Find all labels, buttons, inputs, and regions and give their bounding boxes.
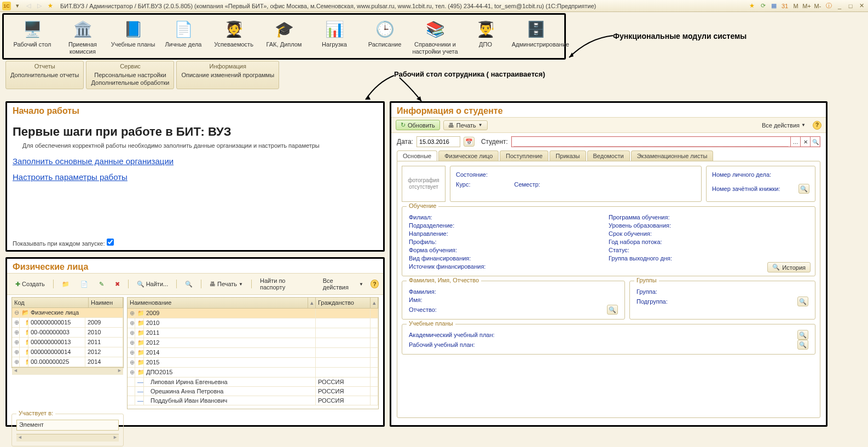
history-icon[interactable]: ⟳ bbox=[759, 2, 767, 10]
all-actions-button[interactable]: Все действия▼ bbox=[319, 276, 367, 292]
course-label: Курс: bbox=[456, 181, 470, 188]
table-row[interactable]: ⊕📁2015 bbox=[128, 358, 378, 368]
tab-3[interactable]: Приказы bbox=[549, 150, 586, 161]
gradebook-label: Номер зачётной книжки: bbox=[712, 185, 780, 192]
tab-4[interactable]: Ведомости bbox=[587, 150, 630, 161]
table-row[interactable]: ⊕📁0000000000152009 bbox=[12, 318, 123, 328]
table-row[interactable]: ⊕📁2011 bbox=[128, 328, 378, 338]
info-link-0[interactable]: Описание изменений программы bbox=[181, 71, 274, 79]
module-1[interactable]: 🏛️Приемная комиссия bbox=[57, 17, 108, 57]
module-label: Учебные планы bbox=[109, 41, 157, 48]
help-icon[interactable]: ? bbox=[371, 280, 379, 288]
history-button[interactable]: 🔍История bbox=[767, 262, 811, 272]
student-help-icon[interactable]: ? bbox=[813, 121, 821, 130]
link-setup-params[interactable]: Настроить параметры работы bbox=[13, 172, 378, 182]
calc-icon[interactable]: ▦ bbox=[769, 2, 778, 10]
info-head: Информация bbox=[181, 62, 274, 71]
nav-back-icon[interactable]: ◁ bbox=[24, 2, 33, 10]
student-input[interactable]: … ✕ 🔍 bbox=[511, 136, 820, 147]
delete-button[interactable]: ✖ bbox=[111, 279, 124, 289]
module-6[interactable]: 📊Нагрузка bbox=[309, 17, 360, 57]
module-10[interactable]: 🗄️Администрирование bbox=[511, 17, 561, 57]
edu-field: Филиал: bbox=[409, 214, 609, 220]
working-plan-search-icon[interactable]: 🔍 bbox=[797, 340, 808, 350]
module-0[interactable]: 🖥️Рабочий стол bbox=[7, 17, 57, 57]
show-on-start-checkbox[interactable] bbox=[107, 239, 114, 246]
nav-fwd-icon[interactable]: ▷ bbox=[35, 2, 44, 10]
fav-icon[interactable]: ★ bbox=[748, 2, 756, 10]
persons-tree-right[interactable]: Наименование▴Гражданство▴ ⊕📁2009⊕📁2010⊕📁… bbox=[127, 297, 379, 409]
service-link-0[interactable]: Персональные настройки bbox=[91, 71, 169, 79]
firstname-label: Имя: bbox=[409, 297, 618, 303]
module-5[interactable]: 🎓ГАК, Диплом bbox=[259, 17, 309, 57]
fio-search-icon[interactable]: 🔍 bbox=[607, 305, 618, 315]
student-clear-icon[interactable]: ✕ bbox=[800, 137, 810, 147]
date-picker-icon[interactable]: 📅 bbox=[464, 137, 474, 147]
tab-2[interactable]: Поступление bbox=[500, 150, 548, 161]
module-2[interactable]: 📘Учебные планы bbox=[108, 17, 158, 57]
window-title: БИТ.ВУЗ / Администратор / БИТ.ВУЗ (2.0.5… bbox=[60, 3, 745, 9]
reports-link-0[interactable]: Дополнительные отчеты bbox=[10, 71, 79, 79]
table-row[interactable]: ⊕📁0000000000142012 bbox=[12, 347, 123, 357]
service-link-1[interactable]: Дополнительные обработки bbox=[91, 79, 169, 86]
tab-5[interactable]: Экзаменационные листы bbox=[631, 150, 714, 161]
dropdown-icon[interactable]: ▾ bbox=[13, 2, 22, 10]
tab-0[interactable]: Основные bbox=[397, 150, 437, 161]
minimize-icon[interactable]: _ bbox=[835, 2, 844, 10]
module-8[interactable]: 📚Справочники и настройки учета bbox=[410, 17, 460, 57]
service-head: Сервис bbox=[91, 62, 169, 71]
m-plus-icon[interactable]: M+ bbox=[802, 2, 811, 10]
create-button[interactable]: ✚Создать bbox=[11, 279, 49, 289]
edit-button[interactable]: ✎ bbox=[95, 279, 108, 289]
print-button[interactable]: 🖶Печать▼ bbox=[206, 279, 247, 289]
table-row[interactable]: ⊕📁0000000000132011 bbox=[12, 338, 123, 347]
table-row[interactable]: —Орешкина Анна ПетровнаРОССИЯ bbox=[128, 387, 378, 396]
new-folder-button[interactable]: 📁 bbox=[58, 279, 73, 289]
star-icon[interactable]: ★ bbox=[46, 2, 55, 10]
module-label: ДПО bbox=[461, 41, 510, 48]
table-row[interactable]: ⊕📁2012 bbox=[128, 338, 378, 348]
m-minus-icon[interactable]: M- bbox=[813, 2, 822, 10]
table-row[interactable]: ⊕📁2014 bbox=[128, 348, 378, 358]
module-icon: 🖥️ bbox=[19, 18, 45, 40]
link-fill-org[interactable]: Заполнить основные данные организации bbox=[13, 156, 378, 166]
refresh-button[interactable]: ↻Обновить bbox=[396, 120, 440, 130]
table-row[interactable]: ⊕📁ДПО2015 bbox=[128, 368, 378, 378]
info-icon[interactable]: ⓘ bbox=[824, 2, 833, 10]
student-search-icon[interactable]: 🔍 bbox=[810, 137, 820, 147]
module-3[interactable]: 📄Личные дела bbox=[158, 17, 209, 57]
module-icon: 🎓 bbox=[271, 18, 297, 40]
module-9[interactable]: 👨‍🎓ДПО bbox=[460, 17, 511, 57]
module-label: Приемная комиссия bbox=[59, 41, 107, 55]
student-print-button[interactable]: 🖶Печать▼ bbox=[443, 120, 488, 130]
m-icon[interactable]: M bbox=[791, 2, 800, 10]
persons-tree-left[interactable]: КодНаимен ⊖📂Физические лица ⊕📁0000000000… bbox=[11, 297, 124, 368]
student-select-icon[interactable]: … bbox=[790, 137, 800, 147]
maximize-icon[interactable]: □ bbox=[846, 2, 855, 10]
module-7[interactable]: 🕒Расписание bbox=[360, 17, 410, 57]
academic-plan-search-icon[interactable]: 🔍 bbox=[797, 330, 808, 340]
numbers-box: Номер личного дела: Номер зачётной книжк… bbox=[706, 166, 815, 202]
table-row[interactable]: —Липовая Ирина ЕвгеньевнаРОССИЯ bbox=[128, 378, 378, 387]
clear-find-button[interactable]: 🔍 bbox=[181, 279, 196, 289]
tab-1[interactable]: Физическое лицо bbox=[438, 150, 499, 161]
table-row[interactable]: —Поддубный Иван ИвановичРОССИЯ bbox=[128, 396, 378, 405]
tab-body-main: фотография отсутствует Состояние: Курс: … bbox=[397, 161, 820, 418]
find-passport-button[interactable]: Найти по паспорту bbox=[256, 276, 313, 292]
service-panel: Сервис Персональные настройки Дополнител… bbox=[86, 61, 174, 89]
table-row[interactable]: ⊕📁2009 bbox=[128, 309, 378, 318]
table-row[interactable]: ⊕📁00-0000000032010 bbox=[12, 328, 123, 338]
calendar-icon[interactable]: 31 bbox=[780, 2, 789, 10]
copy-button[interactable]: 📄 bbox=[77, 279, 92, 289]
student-all-actions[interactable]: Все действия▼ bbox=[758, 120, 809, 130]
element-field[interactable]: Элемент bbox=[16, 420, 119, 431]
find-button[interactable]: 🔍Найти... bbox=[133, 279, 172, 289]
edu-field: Профиль: bbox=[409, 239, 609, 245]
module-4[interactable]: 🧑‍🎓Успеваемость bbox=[209, 17, 259, 57]
group-search-icon[interactable]: 🔍 bbox=[797, 297, 808, 306]
table-row[interactable]: ⊕📁2010 bbox=[128, 318, 378, 328]
date-input[interactable] bbox=[416, 136, 460, 147]
close-icon[interactable]: ✕ bbox=[857, 2, 866, 10]
table-row[interactable]: ⊕📁00.0000000252014 bbox=[12, 357, 123, 367]
gradebook-search-icon[interactable]: 🔍 bbox=[798, 184, 809, 194]
